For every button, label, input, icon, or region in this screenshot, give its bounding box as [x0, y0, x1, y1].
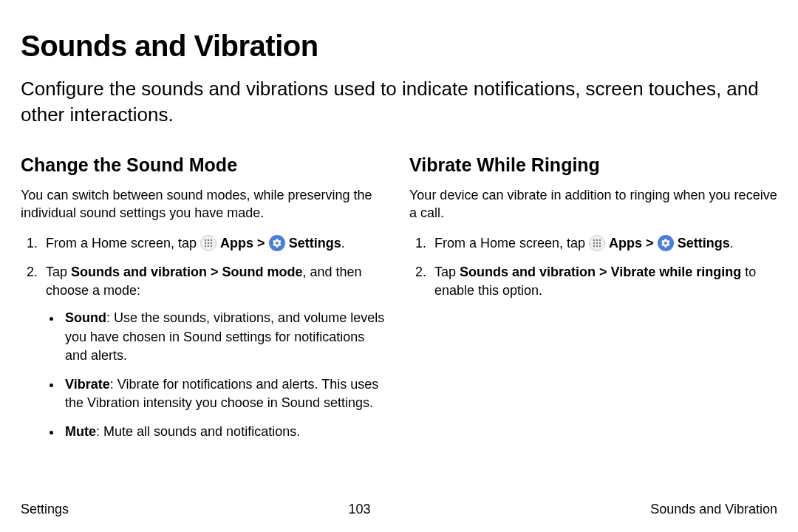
right-column: Vibrate While Ringing Your device can vi…: [409, 154, 777, 451]
left-heading: Change the Sound Mode: [21, 154, 389, 176]
chevron-icon: >: [646, 236, 654, 250]
svg-point-13: [596, 242, 598, 244]
svg-point-8: [211, 245, 212, 247]
settings-label: Settings: [678, 236, 730, 250]
apps-grid-icon: [589, 235, 605, 251]
page-intro: Configure the sounds and vibrations used…: [21, 76, 777, 128]
svg-point-4: [208, 242, 209, 244]
settings-label: Settings: [289, 236, 341, 250]
svg-point-0: [205, 239, 206, 241]
svg-point-7: [208, 245, 209, 247]
left-step-1: From a Home screen, tap Apps > Settings.: [41, 234, 389, 253]
bullet-sound: Sound: Use the sounds, vibrations, and v…: [62, 309, 389, 365]
svg-point-5: [211, 242, 212, 244]
footer-page-number: 103: [349, 502, 371, 517]
step1-prefix: From a Home screen, tap: [46, 236, 200, 250]
two-column-layout: Change the Sound Mode You can switch bet…: [21, 154, 777, 451]
page-footer: Settings 103 Sounds and Vibration: [21, 502, 777, 517]
footer-right: Sounds and Vibration: [650, 502, 777, 517]
left-column: Change the Sound Mode You can switch bet…: [21, 154, 389, 451]
period: .: [341, 236, 345, 250]
bullet-mute-label: Mute: [65, 424, 96, 439]
svg-point-17: [599, 245, 601, 247]
bullet-sound-text: : Use the sounds, vibrations, and volume…: [65, 310, 384, 362]
bullet-mute-text: : Mute all sounds and notifications.: [96, 424, 300, 439]
footer-left: Settings: [21, 502, 69, 517]
period: .: [730, 236, 734, 250]
left-bullets: Sound: Use the sounds, vibrations, and v…: [46, 309, 389, 441]
svg-point-15: [593, 245, 595, 247]
settings-gear-icon: [658, 235, 674, 251]
svg-point-2: [211, 239, 212, 241]
left-steps: From a Home screen, tap Apps > Settings.…: [21, 234, 389, 442]
step2-prefix: Tap: [434, 265, 460, 279]
step2-path: Sounds and vibration > Sound mode: [71, 265, 303, 279]
right-steps: From a Home screen, tap Apps > Settings.…: [409, 234, 777, 301]
bullet-vibrate: Vibrate: Vibrate for notifications and a…: [62, 375, 389, 412]
bullet-sound-label: Sound: [65, 310, 106, 325]
step2-prefix: Tap: [46, 265, 71, 279]
right-heading: Vibrate While Ringing: [409, 154, 777, 176]
step2-path: Sounds and vibration > Vibrate while rin…: [460, 265, 741, 279]
right-step-1: From a Home screen, tap Apps > Settings.: [430, 234, 777, 253]
svg-point-9: [593, 239, 595, 241]
apps-grid-icon: [200, 235, 216, 251]
right-intro: Your device can vibrate in addition to r…: [409, 186, 777, 222]
svg-point-3: [205, 242, 206, 244]
svg-point-10: [596, 239, 598, 241]
right-step-2: Tap Sounds and vibration > Vibrate while…: [430, 263, 777, 300]
svg-point-11: [599, 239, 601, 241]
bullet-vibrate-text: : Vibrate for notifications and alerts. …: [65, 377, 378, 410]
svg-point-6: [205, 245, 206, 247]
page-title: Sounds and Vibration: [21, 30, 777, 63]
chevron-icon: >: [257, 236, 265, 250]
apps-label: Apps: [609, 236, 642, 250]
apps-label: Apps: [220, 236, 253, 250]
bullet-vibrate-label: Vibrate: [65, 377, 110, 392]
svg-point-16: [596, 245, 598, 247]
left-step-2: Tap Sounds and vibration > Sound mode, a…: [41, 263, 389, 442]
bullet-mute: Mute: Mute all sounds and notifications.: [62, 423, 389, 441]
settings-gear-icon: [269, 235, 285, 251]
step1-prefix: From a Home screen, tap: [434, 236, 589, 250]
svg-point-14: [599, 242, 601, 244]
svg-point-12: [593, 242, 595, 244]
svg-point-1: [208, 239, 209, 241]
left-intro: You can switch between sound modes, whil…: [21, 186, 389, 222]
